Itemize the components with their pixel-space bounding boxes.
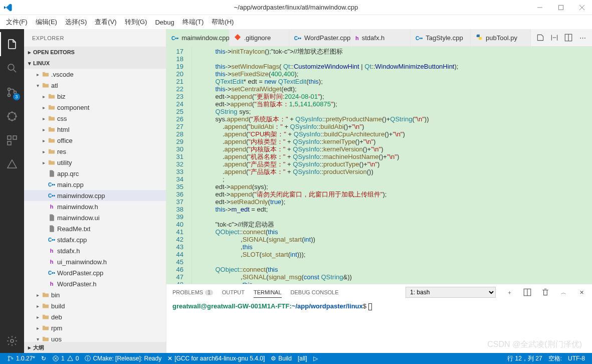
close-button[interactable]	[572, 1, 592, 15]
editor-tabs-bar: C••mainwindow.cpp✕.gitignore✕C••WordPast…	[166, 29, 592, 47]
tree-folder[interactable]: ▸bin	[24, 289, 166, 300]
code-editor[interactable]: 1718192021222324252627282930313233343536…	[166, 47, 592, 284]
terminal[interactable]: greatwall@greatwall-GW-001M1A-FTF:~/app/…	[166, 300, 592, 353]
svg-point-2	[8, 88, 11, 91]
editor-tab[interactable]: C••WordPaster.cpp✕	[289, 29, 350, 46]
window-title: ~/app/wordpaster/linux/atl/mainwindow.cp…	[234, 4, 358, 11]
tab-actions: ⋯	[531, 29, 592, 46]
source-control-icon[interactable]: 3	[0, 80, 24, 104]
tree-folder[interactable]: ▾atl	[24, 80, 166, 91]
tree-folder[interactable]: ▸res	[24, 146, 166, 157]
terminal-select[interactable]: 1: bash	[406, 287, 496, 298]
titlebar: ~/app/wordpaster/linux/atl/mainwindow.cp…	[0, 0, 592, 15]
close-panel-icon[interactable]: ✕	[577, 288, 586, 297]
search-icon[interactable]	[0, 56, 24, 80]
menu-item[interactable]: 转到(G)	[121, 16, 151, 29]
editor-tab[interactable]: .gitignore✕	[229, 29, 289, 46]
panel-tab-problems[interactable]: PROBLEMS1	[172, 287, 213, 297]
section-open-editors[interactable]: ▸OPEN EDITORS	[24, 47, 166, 58]
editor-tab[interactable]: C••mainwindow.cpp✕	[166, 29, 229, 46]
sidebar-title: EXPLORER	[24, 29, 166, 47]
open-changes-icon[interactable]	[536, 33, 545, 42]
tree-file[interactable]: C••WordPaster.cpp	[24, 267, 166, 278]
tree-folder[interactable]: ▸biz	[24, 91, 166, 102]
menu-item[interactable]: 编辑(E)	[32, 16, 61, 29]
editor-area: C••mainwindow.cpp✕.gitignore✕C••WordPast…	[166, 29, 592, 353]
tree-folder[interactable]: ▸utility	[24, 157, 166, 168]
code-content[interactable]: this->initTrayIcon();"tok-c">//增加状态栏图标 t…	[191, 47, 592, 284]
tree-file[interactable]: hui_mainwindow.h	[24, 256, 166, 267]
maximize-panel-icon[interactable]: ︿	[559, 288, 568, 297]
maximize-button[interactable]	[551, 1, 571, 15]
sb-build[interactable]: ⚙ Build	[268, 355, 295, 362]
sb-kit[interactable]: ✕ [GCC for aarch64-linux-gnu 5.4.0]	[164, 355, 268, 362]
split-terminal-icon[interactable]	[523, 288, 532, 297]
sb-spaces[interactable]: 空格:	[545, 354, 565, 363]
svg-rect-8	[8, 141, 11, 145]
tree-folder[interactable]: ▸build	[24, 300, 166, 311]
scm-badge: 3	[13, 93, 20, 100]
tree-file[interactable]: hmainwindow.h	[24, 201, 166, 212]
menu-item[interactable]: Debug	[151, 17, 178, 28]
line-numbers: 1718192021222324252627282930313233343536…	[166, 47, 191, 284]
section-outline[interactable]: ▸大纲	[24, 342, 166, 353]
tree-folder[interactable]: ▸css	[24, 113, 166, 124]
tree-folder[interactable]: ▾uos	[24, 333, 166, 342]
explorer-icon[interactable]	[0, 32, 24, 56]
tree-file[interactable]: C••main.cpp	[24, 179, 166, 190]
svg-rect-0	[559, 5, 563, 10]
debug-icon[interactable]	[0, 104, 24, 128]
sb-debug[interactable]: ▷	[310, 355, 321, 362]
panel-tabs: PROBLEMS1 OUTPUT TERMINAL DEBUG CONSOLE …	[166, 284, 592, 300]
explorer-sidebar: EXPLORER ▸OPEN EDITORS ▾LINUX ▸.vscode▾a…	[24, 29, 166, 353]
new-terminal-icon[interactable]: ＋	[505, 288, 514, 297]
sb-target[interactable]: [all]	[295, 355, 310, 362]
svg-point-1	[8, 64, 14, 70]
tree-file[interactable]: C••mainwindow.cpp	[24, 190, 166, 201]
more-actions-icon[interactable]: ⋯	[578, 33, 587, 42]
sb-line-col[interactable]: 行 12，列 27	[504, 354, 545, 363]
split-editor-icon[interactable]	[564, 33, 573, 42]
editor-tab[interactable]: C••TagStyle.cpp✕	[411, 29, 471, 46]
menu-item[interactable]: 查看(V)	[91, 16, 120, 29]
svg-point-12	[8, 356, 10, 357]
activity-bar: 3	[0, 29, 24, 353]
tree-file[interactable]: app.qrc	[24, 168, 166, 179]
svg-rect-6	[8, 136, 11, 139]
cmake-icon[interactable]	[0, 152, 24, 176]
sb-errors[interactable]: 1 0	[49, 355, 82, 362]
extensions-icon[interactable]	[0, 128, 24, 152]
panel-tab-debug-console[interactable]: DEBUG CONSOLE	[291, 287, 339, 297]
kill-terminal-icon[interactable]	[541, 288, 550, 297]
tree-folder[interactable]: ▸office	[24, 135, 166, 146]
terminal-cursor	[368, 303, 372, 310]
menu-item[interactable]: 文件(F)	[2, 16, 32, 29]
minimize-button[interactable]	[530, 1, 550, 15]
sb-encoding[interactable]: UTF-8	[565, 355, 588, 362]
tree-file[interactable]: ReadMe.txt	[24, 223, 166, 234]
tree-folder[interactable]: ▸component	[24, 102, 166, 113]
panel-tab-output[interactable]: OUTPUT	[222, 287, 245, 297]
editor-tab[interactable]: pubTool.py✕	[471, 29, 531, 46]
tree-file[interactable]: hstdafx.h	[24, 245, 166, 256]
panel-tab-terminal[interactable]: TERMINAL	[254, 287, 282, 298]
compare-icon[interactable]	[550, 33, 559, 42]
editor-tab[interactable]: hstdafx.h✕	[350, 29, 411, 46]
tree-file[interactable]: C••stdafx.cpp	[24, 234, 166, 245]
sb-branch[interactable]: 1.0.27*	[4, 355, 38, 362]
tree-folder[interactable]: ▸deb	[24, 311, 166, 322]
menu-item[interactable]: 选择(S)	[61, 16, 91, 29]
section-workspace[interactable]: ▾LINUX	[24, 58, 166, 69]
menu-item[interactable]: 帮助(H)	[208, 16, 238, 29]
sb-sync[interactable]: ↻	[38, 355, 49, 362]
tree-folder[interactable]: ▸.vscode	[24, 69, 166, 80]
tree-folder[interactable]: ▸html	[24, 124, 166, 135]
svg-point-13	[8, 359, 10, 361]
sb-cmake[interactable]: ⓘ CMake: [Release]: Ready	[82, 354, 164, 363]
tree-folder[interactable]: ▸rpm	[24, 322, 166, 333]
settings-gear-icon[interactable]	[0, 329, 24, 353]
file-tree: ▸.vscode▾atl▸biz▸component▸css▸html▸offi…	[24, 69, 166, 342]
tree-file[interactable]: mainwindow.ui	[24, 212, 166, 223]
menu-item[interactable]: 终端(T)	[178, 16, 208, 29]
tree-file[interactable]: hWordPaster.h	[24, 278, 166, 289]
